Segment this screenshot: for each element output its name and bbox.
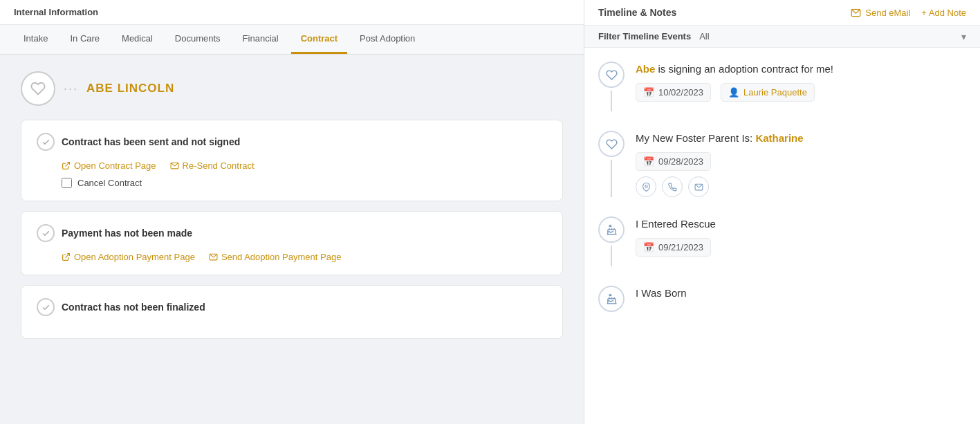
timeline-icon-col-4 [598, 286, 625, 312]
timeline: Abe is signing an adoption contract for … [584, 48, 980, 424]
timeline-content-3: I Entered Rescue 📅 09/21/2023 [636, 216, 966, 266]
timeline-title: Timeline & Notes [598, 7, 676, 18]
card-finalized: Contract has not been finalized [21, 285, 563, 339]
timeline-content-2: My New Foster Parent Is: Katharine 📅 09/… [636, 131, 966, 197]
calendar-icon-1: 📅 [643, 87, 654, 98]
resend-contract-label: Re-Send Contract [183, 160, 255, 171]
timeline-text-span-3: I Entered Rescue [636, 218, 716, 230]
card-title-3: Contract has not been finalized [62, 302, 205, 313]
calendar-icon-2: 📅 [643, 156, 654, 167]
tab-incare[interactable]: In Care [60, 25, 109, 54]
calendar-icon-3: 📅 [643, 242, 654, 252]
timeline-meta-3: 📅 09/21/2023 [636, 238, 966, 257]
tab-intake[interactable]: Intake [14, 25, 57, 54]
open-contract-label: Open Contract Page [74, 160, 156, 171]
svg-point-5 [645, 185, 647, 187]
filter-select-wrap: All Medical Adoption Foster ▾ [699, 31, 966, 42]
meta-date-1: 📅 10/02/2023 [636, 83, 711, 102]
location-icon-button[interactable] [636, 176, 656, 197]
heart-icon-2 [598, 131, 625, 157]
tab-documents[interactable]: Documents [165, 25, 230, 54]
card-payment: Payment has not been made Open Adoption … [21, 211, 563, 275]
open-contract-link[interactable]: Open Contract Page [62, 160, 156, 171]
meta-date-text-1: 10/02/2023 [658, 87, 703, 98]
add-note-button[interactable]: + Add Note [921, 8, 966, 18]
phone-icon-button[interactable] [662, 176, 683, 197]
tab-medical[interactable]: Medical [112, 25, 163, 54]
send-payment-link[interactable]: Send Adoption Payment Page [209, 252, 341, 262]
svg-line-0 [65, 163, 69, 167]
cancel-contract-row: Cancel Contract [37, 178, 547, 188]
card-check-2 [37, 224, 55, 242]
cake-icon-4 [598, 286, 625, 312]
timeline-text-3: I Entered Rescue [636, 216, 966, 231]
cancel-contract-checkbox[interactable] [62, 178, 72, 188]
timeline-icon-col-3 [598, 216, 625, 266]
cancel-contract-label: Cancel Contract [77, 178, 142, 188]
tab-post-adoption[interactable]: Post Adoption [350, 25, 425, 54]
filter-select[interactable]: All Medical Adoption Foster [699, 31, 966, 42]
animal-name: ABE LINCOLN [86, 82, 174, 95]
card-title-1: Contract has been sent and not signed [62, 136, 240, 147]
timeline-highlight-2: Katharine [755, 132, 803, 144]
left-panel: Internal Information Intake In Care Medi… [0, 0, 584, 424]
filter-label: Filter Timeline Events [598, 31, 691, 42]
resend-contract-link[interactable]: Re-Send Contract [170, 160, 255, 171]
card-actions-1: Open Contract Page Re-Send Contract [37, 160, 547, 171]
timeline-line-1 [611, 91, 612, 111]
timeline-content-1: Abe is signing an adoption contract for … [636, 62, 966, 111]
card-check-1 [37, 133, 55, 151]
card-header-3: Contract has not been finalized [37, 298, 547, 316]
timeline-text-span-4: I Was Born [636, 287, 687, 299]
send-email-button[interactable]: Send eMail [851, 8, 910, 18]
panel-title: Internal Information [0, 0, 584, 25]
card-header-1: Contract has been sent and not signed [37, 133, 547, 151]
open-payment-label: Open Adoption Payment Page [74, 252, 195, 262]
card-actions-2: Open Adoption Payment Page Send Adoption… [37, 252, 547, 262]
meta-date-3: 📅 09/21/2023 [636, 238, 711, 257]
right-panel: Timeline & Notes Send eMail + Add Note F… [584, 0, 980, 424]
timeline-text-2: My New Foster Parent Is: Katharine [636, 131, 966, 145]
animal-header: ··· ABE LINCOLN [21, 71, 563, 106]
contact-icons-2 [636, 176, 966, 197]
tab-financial[interactable]: Financial [233, 25, 288, 54]
meta-date-text-3: 09/21/2023 [658, 242, 703, 252]
timeline-item-4: I Was Born [598, 286, 966, 312]
meta-date-2: 📅 09/28/2023 [636, 152, 711, 171]
card-title-2: Payment has not been made [62, 228, 192, 239]
timeline-item-1: Abe is signing an adoption contract for … [598, 62, 966, 111]
timeline-line-2 [611, 160, 612, 197]
timeline-item-3: I Entered Rescue 📅 09/21/2023 [598, 216, 966, 266]
timeline-icon-col-1 [598, 62, 625, 111]
add-note-label: + Add Note [921, 8, 966, 18]
timeline-meta-2: 📅 09/28/2023 [636, 152, 966, 171]
meta-date-text-2: 09/28/2023 [658, 156, 703, 167]
timeline-text-4: I Was Born [636, 286, 966, 300]
timeline-text-suffix-1: is signing an adoption contract for me! [658, 63, 833, 75]
timeline-line-3 [611, 246, 612, 266]
timeline-text-prefix-2: My New Foster Parent Is: [636, 132, 755, 144]
send-payment-label: Send Adoption Payment Page [221, 252, 341, 262]
email-icon-button[interactable] [688, 176, 709, 197]
send-email-label: Send eMail [865, 8, 910, 18]
timeline-content-4: I Was Born [636, 286, 966, 312]
animal-dots: ··· [64, 82, 78, 96]
card-contract-sent: Contract has been sent and not signed Op… [21, 120, 563, 201]
filter-bar: Filter Timeline Events All Medical Adopt… [584, 26, 980, 48]
tabs-bar: Intake In Care Medical Documents Financi… [0, 25, 584, 55]
open-payment-link[interactable]: Open Adoption Payment Page [62, 252, 195, 262]
meta-user-1: 👤 Laurie Paquette [721, 83, 815, 102]
timeline-highlight-1: Abe [636, 63, 655, 75]
tab-contract[interactable]: Contract [291, 25, 347, 54]
meta-user-text-1: Laurie Paquette [743, 87, 807, 98]
user-icon-1: 👤 [728, 87, 739, 98]
right-header-actions: Send eMail + Add Note [851, 8, 966, 18]
card-header-2: Payment has not been made [37, 224, 547, 242]
avatar [21, 71, 55, 106]
heart-icon-1 [598, 62, 625, 88]
timeline-text-1: Abe is signing an adoption contract for … [636, 62, 966, 76]
timeline-meta-1: 📅 10/02/2023 👤 Laurie Paquette [636, 83, 966, 102]
timeline-item-2: My New Foster Parent Is: Katharine 📅 09/… [598, 131, 966, 197]
left-content: ··· ABE LINCOLN Contract has been sent a… [0, 55, 584, 424]
timeline-icon-col-2 [598, 131, 625, 197]
